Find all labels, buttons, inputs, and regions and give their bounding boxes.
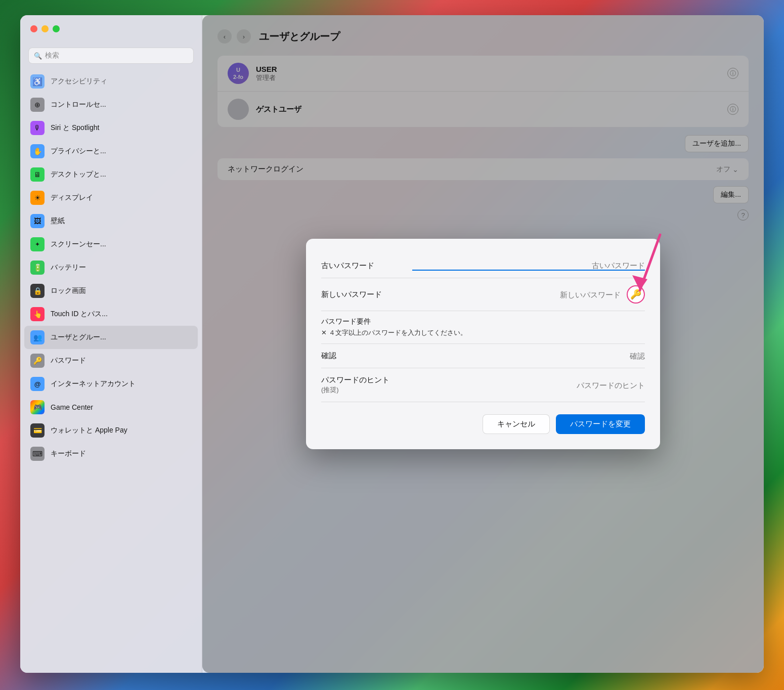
new-password-field: 新しいパスワード 🔑 — [321, 278, 645, 311]
old-password-label: 古いパスワード — [321, 261, 412, 271]
sidebar-item-passwords[interactable]: 🔑 パスワード — [24, 349, 198, 372]
sidebar-item-gamecenter[interactable]: 🎮 Game Center — [24, 396, 198, 419]
sidebar-item-label: プライバシーと... — [51, 147, 106, 156]
sidebar-item-label: ロック画面 — [51, 286, 86, 295]
display-icon: ☀ — [30, 191, 45, 205]
sidebar-item-label: スクリーンセー... — [51, 240, 106, 249]
new-password-input[interactable] — [412, 290, 621, 299]
password-suggestion-button[interactable]: 🔑 — [627, 285, 645, 304]
sidebar: 🔍 検索 ♿ アクセシビリティ ⊕ コントロールセ... 🎙 Siri と Sp… — [20, 15, 202, 673]
users-icon: 👥 — [30, 330, 45, 344]
internet-icon: @ — [30, 377, 45, 391]
lock-icon: 🔒 — [30, 284, 45, 298]
sidebar-item-label: Game Center — [51, 403, 93, 411]
cancel-button[interactable]: キャンセル — [483, 414, 550, 434]
sidebar-item-label: Siri と Spotlight — [51, 123, 99, 133]
sidebar-item-wallpaper[interactable]: 🖼 壁紙 — [24, 209, 198, 233]
sidebar-item-label: コントロールセ... — [51, 100, 106, 109]
content-area: ‹ › ユーザとグループ U2-fo USER 管理者 ⓘ ゲストユーザ ⓘ — [202, 15, 764, 673]
confirm-button[interactable]: パスワードを変更 — [556, 414, 645, 434]
search-icon: 🔍 — [34, 52, 42, 60]
sidebar-item-lock[interactable]: 🔒 ロック画面 — [24, 279, 198, 303]
wallpaper-icon: 🖼 — [30, 214, 45, 228]
sidebar-item-battery[interactable]: 🔋 バッテリー — [24, 256, 198, 279]
desktop-icon: 🖥 — [30, 167, 45, 182]
requirements-error: ✕ ４文字以上のパスワードを入力してください。 — [321, 328, 645, 337]
accessibility-icon: ♿ — [30, 74, 45, 89]
hint-label: パスワードのヒント — [321, 375, 412, 385]
confirm-label: 確認 — [321, 351, 412, 361]
sidebar-item-label: キーボード — [51, 449, 86, 458]
sidebar-item-label: バッテリー — [51, 263, 86, 272]
traffic-lights — [30, 25, 60, 32]
sidebar-item-control-center[interactable]: ⊕ コントロールセ... — [24, 93, 198, 116]
battery-icon: 🔋 — [30, 261, 45, 275]
close-button[interactable] — [30, 25, 37, 32]
sidebar-item-keyboard[interactable]: ⌨ キーボード — [24, 442, 198, 465]
sidebar-item-label: Touch ID とパス... — [51, 310, 108, 319]
passwords-icon: 🔑 — [30, 354, 45, 368]
sidebar-item-users[interactable]: 👥 ユーザとグルー... — [24, 326, 198, 349]
search-placeholder: 検索 — [45, 51, 59, 60]
search-container: 🔍 検索 — [20, 44, 202, 70]
privacy-icon: ✋ — [30, 144, 45, 158]
minimize-button[interactable] — [41, 25, 49, 32]
hint-sub-label: (推奨) — [321, 386, 339, 394]
sidebar-item-siri[interactable]: 🎙 Siri と Spotlight — [24, 116, 198, 140]
screensaver-icon: ✦ — [30, 237, 45, 251]
sidebar-item-accessibility[interactable]: ♿ アクセシビリティ — [24, 70, 198, 93]
old-password-input[interactable] — [412, 261, 645, 271]
sidebar-item-desktop[interactable]: 🖥 デスクトップと... — [24, 163, 198, 186]
requirements-title: パスワード要件 — [321, 317, 645, 326]
confirm-field: 確認 — [321, 344, 645, 368]
sidebar-item-privacy[interactable]: ✋ プライバシーと... — [24, 140, 198, 163]
gamecenter-icon: 🎮 — [30, 400, 45, 414]
sidebar-list: ♿ アクセシビリティ ⊕ コントロールセ... 🎙 Siri と Spotlig… — [20, 70, 202, 673]
sidebar-item-display[interactable]: ☀ ディスプレイ — [24, 186, 198, 209]
old-password-field: 古いパスワード — [321, 254, 645, 278]
sidebar-item-label: 壁紙 — [51, 217, 65, 226]
sidebar-item-label: ユーザとグルー... — [51, 333, 106, 342]
sidebar-item-label: パスワード — [51, 356, 86, 365]
keyboard-icon: ⌨ — [30, 447, 45, 461]
hint-input[interactable] — [412, 381, 645, 390]
sidebar-item-label: アクセシビリティ — [51, 77, 107, 86]
maximize-button[interactable] — [53, 25, 60, 32]
new-password-label: 新しいパスワード — [321, 290, 412, 299]
sidebar-item-touchid[interactable]: 👆 Touch ID とパス... — [24, 303, 198, 326]
sidebar-item-label: ウォレットと Apple Pay — [51, 426, 127, 435]
hint-field: パスワードのヒント (推奨) — [321, 368, 645, 402]
sidebar-item-screensaver[interactable]: ✦ スクリーンセー... — [24, 233, 198, 256]
wallet-icon: 💳 — [30, 423, 45, 438]
search-field[interactable]: 🔍 検索 — [28, 48, 194, 64]
password-change-modal: 古いパスワード 新しいパスワード 🔑 — [306, 239, 660, 449]
sidebar-item-internet[interactable]: @ インターネットアカウント — [24, 372, 198, 396]
control-center-icon: ⊕ — [30, 98, 45, 112]
touchid-icon: 👆 — [30, 307, 45, 321]
sidebar-item-label: インターネットアカウント — [51, 379, 136, 389]
modal-overlay: 古いパスワード 新しいパスワード 🔑 — [202, 15, 764, 673]
sidebar-item-wallet[interactable]: 💳 ウォレットと Apple Pay — [24, 419, 198, 442]
confirm-input[interactable] — [412, 352, 645, 360]
sidebar-item-label: デスクトップと... — [51, 170, 106, 179]
siri-icon: 🎙 — [30, 121, 45, 135]
main-window: 🔍 検索 ♿ アクセシビリティ ⊕ コントロールセ... 🎙 Siri と Sp… — [20, 15, 764, 673]
sidebar-item-label: ディスプレイ — [51, 193, 93, 202]
modal-actions: キャンセル パスワードを変更 — [321, 414, 645, 434]
password-requirements: パスワード要件 ✕ ４文字以上のパスワードを入力してください。 — [321, 311, 645, 344]
